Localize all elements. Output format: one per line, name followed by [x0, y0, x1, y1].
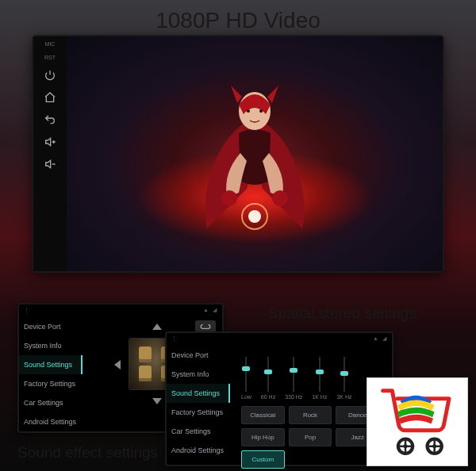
- power-icon[interactable]: [43, 68, 57, 82]
- preset-rock[interactable]: Rock: [289, 406, 332, 424]
- sidebar-item-android-settings[interactable]: Android Settings: [19, 412, 83, 431]
- spatial-caption: Spatial stereo settings: [268, 304, 416, 322]
- eq-slider-330hz[interactable]: 330 Hz: [285, 357, 302, 400]
- sidebar-item-system-info[interactable]: System Info: [167, 365, 230, 384]
- settings-sidebar: Device Port System Info Sound Settings F…: [19, 304, 83, 431]
- sidebar-item-factory-settings[interactable]: Factory Settings: [167, 403, 230, 422]
- fade-front-button[interactable]: [152, 324, 162, 330]
- video-screen[interactable]: [67, 36, 443, 271]
- rst-label: RST: [44, 55, 56, 60]
- preset-custom[interactable]: Custom: [241, 450, 285, 469]
- sidebar-item-sound-settings[interactable]: Sound Settings: [19, 355, 83, 374]
- sidebar-item-sound-settings[interactable]: Sound Settings: [167, 384, 230, 403]
- home-icon[interactable]: [43, 90, 57, 105]
- volume-up-icon[interactable]: [43, 135, 57, 149]
- preset-classical[interactable]: Classical: [241, 406, 285, 424]
- page-title: 1080P HD Video: [0, 0, 476, 33]
- fade-rear-button[interactable]: [152, 398, 162, 404]
- svg-point-5: [248, 210, 261, 223]
- eq-slider-1khz[interactable]: 1K Hz: [312, 357, 327, 400]
- sidebar-item-device-port[interactable]: Device Port: [19, 317, 83, 336]
- sidebar-item-car-settings[interactable]: Car Settings: [167, 422, 230, 441]
- sidebar-item-system-info[interactable]: System Info: [19, 336, 83, 355]
- eq-label: Low: [241, 394, 251, 400]
- sound-effect-caption: Sound effect settings: [17, 444, 158, 461]
- eq-label: 330 Hz: [285, 394, 302, 400]
- preset-pop[interactable]: Pop: [289, 428, 332, 446]
- svg-point-1: [272, 190, 288, 206]
- eq-label: 60 Hz: [261, 394, 275, 400]
- main-head-unit: MIC RST: [32, 35, 444, 273]
- eq-slider-3khz[interactable]: 3K Hz: [336, 357, 351, 400]
- video-character: [183, 62, 326, 236]
- preset-hiphop[interactable]: Hip Hop: [241, 428, 285, 446]
- store-logo: [367, 377, 468, 466]
- svg-point-0: [221, 190, 237, 206]
- eq-slider-low[interactable]: Low: [241, 357, 251, 400]
- eq-label: 1K Hz: [312, 394, 327, 400]
- svg-point-3: [247, 109, 250, 113]
- svg-point-4: [259, 109, 263, 113]
- eq-presets: Classical Rock Dance Hip Hop Pop Jazz Cu…: [236, 403, 386, 469]
- eq-sliders: Low 60 Hz 330 Hz 1K Hz 3K Hz: [241, 357, 386, 400]
- sidebar-item-android-settings[interactable]: Android Settings: [167, 441, 230, 460]
- eq-settings-panel: ⋮ ▲ ◢ Device Port System Info Sound Sett…: [165, 331, 393, 466]
- mic-label: MIC: [45, 41, 56, 47]
- settings-sidebar: Device Port System Info Sound Settings F…: [167, 333, 230, 465]
- balance-left-button[interactable]: [114, 360, 121, 370]
- head-unit-button-bar: MIC RST: [33, 36, 67, 271]
- sidebar-item-factory-settings[interactable]: Factory Settings: [19, 374, 83, 393]
- status-dot-icon: ⋮: [171, 335, 178, 343]
- eq-slider-60hz[interactable]: 60 Hz: [261, 357, 275, 400]
- sidebar-item-car-settings[interactable]: Car Settings: [19, 393, 83, 412]
- back-icon[interactable]: [43, 113, 57, 127]
- eq-label: 3K Hz: [336, 394, 351, 400]
- status-dot-icon: ⋮: [24, 307, 30, 315]
- volume-down-icon[interactable]: [43, 157, 57, 171]
- sidebar-item-device-port[interactable]: Device Port: [167, 346, 230, 365]
